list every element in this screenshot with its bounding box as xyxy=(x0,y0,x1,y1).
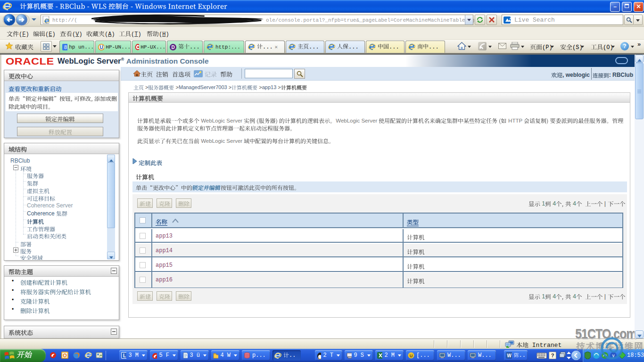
svg-text:y: y xyxy=(612,353,615,358)
svg-text:D: D xyxy=(171,45,174,50)
svg-text:U: U xyxy=(99,45,103,50)
svg-text:U: U xyxy=(410,354,413,358)
svg-text:8: 8 xyxy=(64,44,67,50)
svg-text:O: O xyxy=(63,353,67,358)
svg-text:W: W xyxy=(507,353,512,358)
svg-text:L: L xyxy=(123,353,126,358)
